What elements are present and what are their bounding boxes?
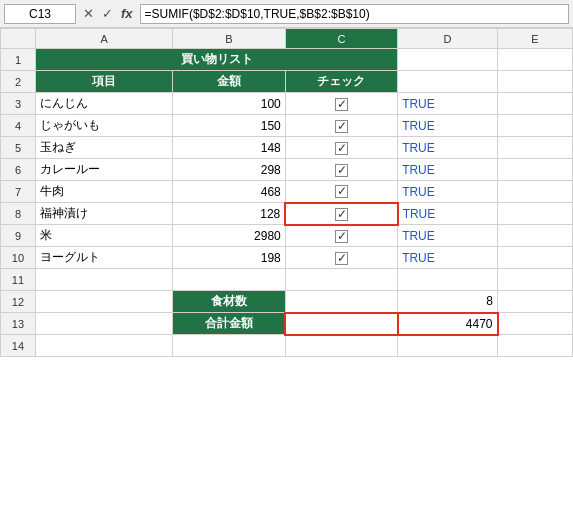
table-row: 4 じゃがいも 150 TRUE (1, 115, 573, 137)
cell-12d[interactable]: 8 (398, 291, 498, 313)
cell-2e[interactable] (498, 71, 573, 93)
table-row: 5 玉ねぎ 148 TRUE (1, 137, 573, 159)
cell-12b[interactable]: 食材数 (173, 291, 285, 313)
fx-icon[interactable]: fx (118, 6, 136, 21)
cell-9d[interactable]: TRUE (398, 225, 498, 247)
cell-13a[interactable] (35, 313, 172, 335)
cell-10b[interactable]: 198 (173, 247, 285, 269)
cell-8c[interactable] (285, 203, 397, 225)
cell-12a[interactable] (35, 291, 172, 313)
cell-5d[interactable]: TRUE (398, 137, 498, 159)
checkbox-8[interactable] (335, 208, 348, 221)
cell-13d[interactable]: 4470 (398, 313, 498, 335)
row-header-5: 5 (1, 137, 36, 159)
spreadsheet-table: A B C D E 1 買い物リスト 2 項目 金額 チェック (0, 28, 573, 357)
cell-6d[interactable]: TRUE (398, 159, 498, 181)
cell-14d[interactable] (398, 335, 498, 357)
checkbox-3[interactable] (335, 98, 348, 111)
checkbox-7[interactable] (335, 185, 348, 198)
title-cell[interactable]: 買い物リスト (35, 49, 397, 71)
cell-4b[interactable]: 150 (173, 115, 285, 137)
formula-bar[interactable] (140, 4, 569, 24)
cell-11a[interactable] (35, 269, 172, 291)
cell-13b[interactable]: 合計金額 (173, 313, 285, 335)
cell-4c[interactable] (285, 115, 397, 137)
col-header-a[interactable]: A (35, 29, 172, 49)
cell-12c[interactable] (285, 291, 397, 313)
checkbox-9[interactable] (335, 230, 348, 243)
cell-3a[interactable]: にんじん (35, 93, 172, 115)
cell-9a[interactable]: 米 (35, 225, 172, 247)
cell-3b[interactable]: 100 (173, 93, 285, 115)
cell-14c[interactable] (285, 335, 397, 357)
checkbox-4[interactable] (335, 120, 348, 133)
cell-5a[interactable]: 玉ねぎ (35, 137, 172, 159)
table-row: 9 米 2980 TRUE (1, 225, 573, 247)
col-header-b[interactable]: B (173, 29, 285, 49)
row-header-6: 6 (1, 159, 36, 181)
checkbox-6[interactable] (335, 164, 348, 177)
cell-11e[interactable] (498, 269, 573, 291)
cell-7c[interactable] (285, 181, 397, 203)
cell-10c[interactable] (285, 247, 397, 269)
cell-13c[interactable] (285, 313, 397, 335)
cell-8e[interactable] (498, 203, 573, 225)
cell-9e[interactable] (498, 225, 573, 247)
row-header-10: 10 (1, 247, 36, 269)
name-box[interactable] (4, 4, 76, 24)
cell-10a[interactable]: ヨーグルト (35, 247, 172, 269)
header-b[interactable]: 金額 (173, 71, 285, 93)
cell-5e[interactable] (498, 137, 573, 159)
table-row: 12 食材数 8 (1, 291, 573, 313)
checkbox-5[interactable] (335, 142, 348, 155)
cell-6c[interactable] (285, 159, 397, 181)
row-header-7: 7 (1, 181, 36, 203)
cell-11d[interactable] (398, 269, 498, 291)
cell-7d[interactable]: TRUE (398, 181, 498, 203)
cell-1d[interactable] (398, 49, 498, 71)
cell-14a[interactable] (35, 335, 172, 357)
cell-8a[interactable]: 福神漬け (35, 203, 172, 225)
confirm-icon[interactable]: ✓ (99, 6, 116, 21)
col-header-c[interactable]: C (285, 29, 397, 49)
cell-11c[interactable] (285, 269, 397, 291)
cancel-icon[interactable]: ✕ (80, 6, 97, 21)
cell-5b[interactable]: 148 (173, 137, 285, 159)
cell-12e[interactable] (498, 291, 573, 313)
cell-6b[interactable]: 298 (173, 159, 285, 181)
cell-11b[interactable] (173, 269, 285, 291)
cell-10e[interactable] (498, 247, 573, 269)
row-header-4: 4 (1, 115, 36, 137)
col-header-e[interactable]: E (498, 29, 573, 49)
cell-3e[interactable] (498, 93, 573, 115)
table-row: 14 (1, 335, 573, 357)
cell-3d[interactable]: TRUE (398, 93, 498, 115)
col-header-d[interactable]: D (398, 29, 498, 49)
cell-8d[interactable]: TRUE (398, 203, 498, 225)
cell-6a[interactable]: カレールー (35, 159, 172, 181)
title-text: 買い物リスト (181, 52, 253, 66)
table-row: 3 にんじん 100 TRUE (1, 93, 573, 115)
cell-13e[interactable] (498, 313, 573, 335)
checkbox-10[interactable] (335, 252, 348, 265)
cell-4d[interactable]: TRUE (398, 115, 498, 137)
cell-7b[interactable]: 468 (173, 181, 285, 203)
cell-7e[interactable] (498, 181, 573, 203)
cell-4a[interactable]: じゃがいも (35, 115, 172, 137)
cell-9c[interactable] (285, 225, 397, 247)
cell-7a[interactable]: 牛肉 (35, 181, 172, 203)
cell-6e[interactable] (498, 159, 573, 181)
cell-5c[interactable] (285, 137, 397, 159)
cell-3c[interactable] (285, 93, 397, 115)
cell-4e[interactable] (498, 115, 573, 137)
header-c[interactable]: チェック (285, 71, 397, 93)
cell-10d[interactable]: TRUE (398, 247, 498, 269)
cell-1e[interactable] (498, 49, 573, 71)
cell-14e[interactable] (498, 335, 573, 357)
cell-9b[interactable]: 2980 (173, 225, 285, 247)
cell-8b[interactable]: 128 (173, 203, 285, 225)
row-header-9: 9 (1, 225, 36, 247)
cell-2d[interactable] (398, 71, 498, 93)
header-a[interactable]: 項目 (35, 71, 172, 93)
cell-14b[interactable] (173, 335, 285, 357)
